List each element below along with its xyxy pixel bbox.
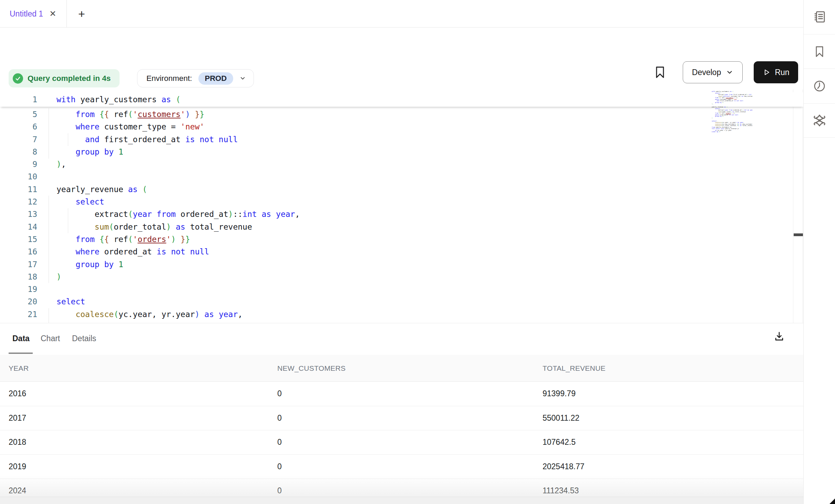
clock-icon[interactable] — [804, 69, 835, 103]
code-line: 21 coalesce(yc.year, yr.year) as year, — [0, 308, 803, 321]
table-row[interactable]: 2016091399.79 — [0, 382, 803, 406]
table-row[interactable]: 20180107642.5 — [0, 430, 803, 455]
ref-link[interactable]: customers — [137, 110, 181, 119]
code-line: 13 extract(year from ordered_at)::int as… — [0, 208, 803, 220]
editor-scrollbar-track[interactable] — [793, 90, 803, 323]
results-panel: DataChartDetails YEARNEW_CUSTOMERSTOTAL_… — [0, 323, 803, 504]
line-number: 17 — [0, 258, 37, 271]
bookmark-icon[interactable] — [653, 65, 667, 80]
column-header: TOTAL_REVENUE — [534, 364, 803, 372]
code-line: 11yearly_revenue as ( — [0, 183, 803, 196]
indent-guide — [49, 108, 49, 159]
line-number: 6 — [0, 120, 37, 133]
run-label: Run — [775, 68, 789, 77]
table-cell: 2017 — [0, 413, 269, 423]
play-icon — [762, 68, 771, 76]
table-row[interactable]: 20170550011.22 — [0, 406, 803, 431]
line-number: 16 — [0, 245, 37, 258]
column-header: NEW_CUSTOMERS — [269, 364, 534, 372]
success-check-icon — [13, 73, 23, 84]
table-cell: 2016 — [0, 389, 269, 398]
ref-link[interactable]: orders — [137, 235, 166, 244]
line-number: 7 — [0, 133, 37, 146]
environment-label: Environment: — [146, 74, 192, 83]
environment-badge: PROD — [198, 72, 234, 85]
run-button[interactable]: Run — [754, 61, 798, 83]
resize-grip[interactable] — [829, 498, 835, 504]
sidebar-divider — [804, 34, 835, 34]
table-cell: 91399.79 — [534, 389, 803, 398]
indent-guide — [49, 308, 49, 323]
code-line: 17 group by 1 — [0, 258, 803, 271]
table-cell: 111234.53 — [534, 486, 803, 495]
table-cell: 0 — [269, 486, 534, 495]
code-line: 7 and first_ordered_at is not null — [0, 133, 803, 146]
table-cell: 2025418.77 — [534, 462, 803, 471]
minimap[interactable]: with yearly_customers as ( select extrac… — [712, 91, 752, 134]
line-number: 19 — [0, 283, 37, 295]
code-line: 20select — [0, 295, 803, 308]
tab-label: Untitled 1 — [10, 9, 43, 19]
code-line: 16 where ordered_at is not null — [0, 245, 803, 258]
line-number: 11 — [0, 183, 37, 196]
line-number: 13 — [0, 208, 37, 220]
line-number: 14 — [0, 221, 37, 233]
sidebar-divider — [804, 69, 835, 69]
download-icon[interactable] — [772, 326, 787, 347]
new-tab-button[interactable]: + — [71, 0, 92, 28]
code-line: 8 group by 1 — [0, 146, 803, 158]
code-line: 10 — [0, 170, 803, 183]
editor-scrollbar-thumb[interactable] — [794, 233, 803, 236]
code-line: 5 from {{ ref('customers') }} — [0, 108, 803, 120]
column-header: YEAR — [0, 364, 269, 372]
indent-guide — [68, 208, 68, 233]
table-cell: 550011.22 — [534, 413, 803, 423]
code-line: 18) — [0, 271, 803, 283]
tab-data[interactable]: Data — [12, 323, 30, 354]
code-line: 12 select — [0, 196, 803, 208]
code-lines: 5 from {{ ref('customers') }}6 where cus… — [0, 108, 803, 323]
table-header-row: YEARNEW_CUSTOMERSTOTAL_REVENUE — [0, 355, 803, 382]
bookmark-icon[interactable] — [804, 35, 835, 69]
horizontal-scrollbar-track[interactable] — [0, 497, 803, 504]
dbt-logo-icon[interactable] — [804, 104, 835, 137]
table-cell: 0 — [269, 389, 534, 398]
line-number: 8 — [0, 146, 37, 158]
sticky-line: 1with yearly_customers as ( — [0, 92, 803, 107]
tab-chart[interactable]: Chart — [41, 323, 60, 354]
code-line: 15 from {{ ref('orders') }} — [0, 233, 803, 245]
sidebar-divider — [804, 137, 835, 138]
table-cell: 0 — [269, 413, 534, 423]
right-sidebar — [803, 0, 835, 504]
code-line: 6 where customer_type = 'new' — [0, 120, 803, 133]
chevron-down-icon — [239, 75, 246, 82]
notebook-icon[interactable] — [804, 0, 835, 34]
query-status-text: Query completed in 4s — [28, 74, 111, 83]
line-number: 20 — [0, 295, 37, 308]
table-cell: 0 — [269, 438, 534, 447]
code-line: 1with yearly_customers as ( — [0, 92, 803, 107]
tab-divider — [66, 0, 67, 28]
line-number: 15 — [0, 233, 37, 245]
code-editor[interactable]: 5 from {{ ref('customers') }}6 where cus… — [0, 90, 803, 323]
line-number: 1 — [0, 92, 37, 107]
line-number: 10 — [0, 170, 37, 183]
code-line: 19 — [0, 283, 803, 295]
table-row[interactable]: 201902025418.77 — [0, 455, 803, 479]
environment-selector[interactable]: Environment: PROD — [137, 69, 254, 87]
line-number: 22 — [0, 321, 37, 323]
develop-dropdown[interactable]: Develop — [683, 61, 743, 83]
table-cell: 2018 — [0, 438, 269, 447]
tab-details[interactable]: Details — [72, 323, 96, 354]
toolbar: Develop Run — [0, 28, 803, 65]
indent-guide — [68, 133, 68, 146]
table-body: 2016091399.7920170550011.2220180107642.5… — [0, 382, 803, 503]
line-number: 21 — [0, 308, 37, 321]
code-line: order by 1 — [712, 131, 752, 133]
table-cell: 2019 — [0, 462, 269, 471]
table-cell: 2024 — [0, 486, 269, 495]
tab-untitled-1[interactable]: Untitled 1 ✕ — [0, 0, 66, 28]
close-icon[interactable]: ✕ — [49, 10, 56, 18]
line-number: 9 — [0, 158, 37, 170]
results-tabs: DataChartDetails — [0, 323, 803, 355]
